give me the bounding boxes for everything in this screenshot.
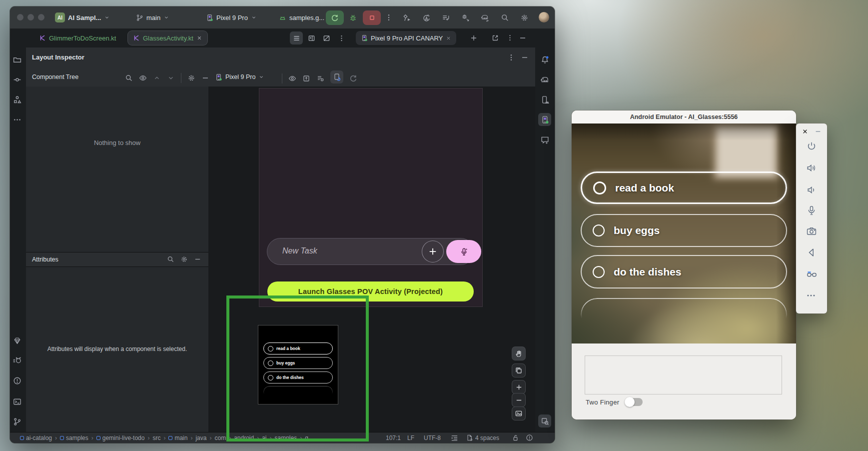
sidebar-item-notifications[interactable] bbox=[538, 53, 551, 66]
view-mode-preview-button[interactable] bbox=[320, 32, 333, 44]
apply-changes-icon[interactable] bbox=[422, 14, 431, 22]
vcs-branch-widget[interactable]: main bbox=[136, 10, 169, 24]
two-finger-toggle[interactable] bbox=[626, 398, 643, 406]
pan-mode-button[interactable] bbox=[512, 347, 525, 360]
new-task-field[interactable]: New Task bbox=[267, 238, 474, 264]
breadcrumb-item[interactable]: ai bbox=[262, 434, 266, 442]
glasses-screen-render[interactable]: read a book buy eggs do the dishes bbox=[258, 326, 338, 404]
sidebar-item-profiler[interactable] bbox=[10, 354, 23, 367]
breadcrumb-item[interactable]: main bbox=[168, 434, 187, 442]
sidebar-item-gradle[interactable] bbox=[538, 73, 551, 86]
inspector-options-menu[interactable] bbox=[507, 54, 515, 62]
hide-icon[interactable] bbox=[201, 74, 209, 82]
deep-inspect-button[interactable] bbox=[538, 414, 551, 428]
camera-icon[interactable] bbox=[806, 226, 817, 237]
close-traffic-light[interactable] bbox=[17, 14, 23, 20]
caret-position[interactable]: 107:1 bbox=[386, 434, 401, 442]
error-indicator-icon[interactable] bbox=[526, 434, 533, 442]
lock-icon[interactable] bbox=[512, 434, 519, 442]
hide-panel-button[interactable] bbox=[519, 34, 527, 42]
sidebar-item-commit[interactable] bbox=[10, 73, 23, 86]
gear-icon[interactable] bbox=[187, 74, 195, 82]
hide-icon[interactable] bbox=[194, 256, 201, 263]
add-device-button[interactable] bbox=[470, 34, 478, 42]
todo-item[interactable]: do the dishes bbox=[581, 255, 787, 288]
sidebar-item-problems[interactable] bbox=[10, 374, 23, 387]
breadcrumb-item[interactable]: samples bbox=[60, 434, 88, 442]
file-encoding[interactable]: UTF-8 bbox=[424, 434, 441, 442]
emulator-display[interactable]: read a book buy eggs do the dishes bbox=[572, 124, 796, 344]
snapshot-icon[interactable] bbox=[302, 74, 310, 82]
volume-down-icon[interactable] bbox=[806, 184, 817, 196]
eye-icon[interactable] bbox=[139, 74, 147, 82]
search-icon[interactable] bbox=[125, 74, 133, 82]
device-screen-render[interactable]: New Task Launch Glasses POV Activity (Pr… bbox=[259, 88, 482, 306]
run-config-selector[interactable]: samples.g... bbox=[279, 10, 333, 24]
mini-todo-item[interactable]: read a book bbox=[263, 342, 333, 354]
sidebar-item-device-manager[interactable] bbox=[538, 93, 551, 106]
mini-todo-item[interactable]: do the dishes bbox=[263, 372, 333, 384]
todo-item[interactable]: buy eggs bbox=[581, 214, 787, 247]
tab-glimmertodoscreen[interactable]: GlimmerToDoScreen.kt bbox=[34, 31, 121, 45]
layer-mode-button[interactable] bbox=[512, 364, 525, 377]
breadcrumb-item[interactable]: java bbox=[195, 434, 206, 442]
search-icon[interactable] bbox=[501, 14, 509, 22]
indent-size[interactable]: 4 spaces bbox=[475, 434, 499, 442]
close-icon[interactable] bbox=[802, 128, 809, 135]
search-icon[interactable] bbox=[167, 256, 174, 263]
export-snapshot-icon[interactable] bbox=[316, 74, 324, 82]
sidebar-item-app-quality-insights[interactable] bbox=[10, 334, 23, 347]
close-icon[interactable] bbox=[446, 36, 451, 41]
gradle-sync-icon[interactable] bbox=[481, 13, 490, 22]
breadcrumb-item[interactable]: ai-catalog bbox=[20, 434, 52, 442]
profile-run-icon[interactable] bbox=[403, 14, 411, 22]
voice-input-button[interactable] bbox=[446, 240, 481, 263]
breadcrumb-item[interactable]: android bbox=[234, 434, 254, 442]
sidebar-item-terminal[interactable] bbox=[10, 395, 23, 408]
zoom-to-fit-button[interactable] bbox=[512, 407, 525, 420]
line-separator[interactable]: LF bbox=[407, 434, 414, 442]
launch-glasses-button[interactable]: Launch Glasses POV Activity (Projected) bbox=[267, 282, 474, 302]
tab-options-menu[interactable] bbox=[335, 32, 348, 44]
mini-todo-item[interactable]: buy eggs bbox=[263, 357, 333, 369]
todo-item[interactable]: read a book bbox=[581, 172, 787, 204]
sidebar-item-version-control[interactable] bbox=[10, 415, 23, 428]
view-mode-split-button[interactable] bbox=[305, 32, 318, 44]
breadcrumb-item[interactable]: com bbox=[214, 434, 226, 442]
sidebar-item-gemini[interactable] bbox=[538, 133, 551, 146]
running-devices-tab[interactable]: Pixel 9 Pro API CANARY bbox=[356, 31, 456, 45]
devices-options-menu[interactable] bbox=[506, 34, 514, 42]
power-icon[interactable] bbox=[806, 141, 817, 152]
zoom-in-button[interactable] bbox=[512, 380, 525, 394]
sidebar-item-resource-manager[interactable] bbox=[10, 93, 23, 106]
zoom-out-button[interactable] bbox=[512, 394, 525, 406]
live-updates-toggle[interactable] bbox=[330, 70, 343, 84]
breadcrumb-item[interactable]: samples bbox=[275, 434, 297, 442]
collapse-all-icon[interactable] bbox=[167, 74, 175, 82]
debug-button[interactable] bbox=[349, 14, 357, 22]
add-task-button[interactable] bbox=[422, 241, 443, 262]
inspector-hide-button[interactable] bbox=[521, 54, 529, 62]
sidebar-item-project[interactable] bbox=[10, 53, 23, 66]
zoom-traffic-light[interactable] bbox=[38, 14, 44, 20]
inspector-device-selector[interactable]: Pixel 9 Pro bbox=[215, 71, 264, 83]
refresh-icon[interactable] bbox=[349, 74, 357, 82]
glasses-icon[interactable] bbox=[806, 268, 818, 280]
breadcrumb-item[interactable]: g bbox=[305, 434, 308, 442]
expand-all-icon[interactable] bbox=[153, 74, 161, 82]
more-icon[interactable] bbox=[806, 290, 816, 300]
open-in-window-button[interactable] bbox=[491, 34, 499, 42]
gear-icon[interactable] bbox=[180, 256, 188, 263]
stop-button[interactable] bbox=[363, 10, 381, 25]
minimize-icon[interactable] bbox=[815, 128, 822, 135]
settings-gear-icon[interactable] bbox=[520, 14, 529, 22]
project-widget[interactable]: AI AI Sampl... bbox=[55, 10, 110, 24]
rerun-button[interactable] bbox=[326, 10, 344, 25]
view-options-eye-icon[interactable] bbox=[288, 74, 296, 82]
close-icon[interactable] bbox=[196, 35, 202, 41]
run-options-menu[interactable] bbox=[385, 14, 393, 22]
apply-code-changes-icon[interactable] bbox=[442, 14, 450, 22]
breadcrumb-item[interactable]: src bbox=[152, 434, 160, 442]
sidebar-item-running-devices[interactable] bbox=[538, 113, 551, 126]
minimize-traffic-light[interactable] bbox=[27, 14, 34, 20]
